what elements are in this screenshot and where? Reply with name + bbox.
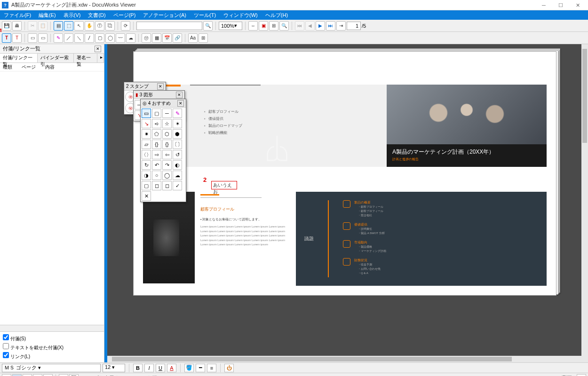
shape-item[interactable]: ✕ (142, 191, 151, 201)
rect-icon[interactable]: ▢ (95, 33, 104, 43)
pointer-icon[interactable]: ↖ (74, 21, 84, 31)
link-icon[interactable]: 🔗 (173, 33, 182, 43)
close-icon[interactable]: ✕ (176, 92, 183, 98)
check-sticky[interactable]: 付箋(S) (3, 334, 101, 343)
ocr-icon[interactable]: Aа (188, 33, 198, 43)
ellipse-icon[interactable]: ◯ (105, 33, 115, 43)
view-thumb-icon[interactable]: ⊞ (23, 374, 32, 376)
shape-item[interactable]: ↺ (173, 150, 182, 159)
line-color-button[interactable]: ━ (196, 364, 205, 372)
zoom-tool-icon[interactable]: 🔍 (279, 21, 289, 31)
font-color-button[interactable]: A (167, 364, 176, 372)
cut-icon[interactable]: ✂ (28, 21, 37, 31)
search-input[interactable] (136, 22, 202, 30)
freehand-icon[interactable]: 〰 (116, 33, 125, 43)
side-list[interactable] (0, 71, 104, 325)
shape-item[interactable]: 〈〉 (142, 150, 151, 159)
shape-item[interactable]: {} (162, 140, 172, 149)
cloud-icon[interactable]: ☁ (126, 33, 135, 43)
menu-annotation[interactable]: アノテーション(A) (141, 11, 188, 19)
view-doc-icon[interactable]: ▤ (2, 374, 11, 376)
line-icon[interactable]: ＼ (74, 33, 84, 43)
zoom-combo[interactable]: 100%▾ (219, 22, 242, 30)
view-list-icon[interactable]: ☰ (43, 374, 53, 376)
shape-item[interactable]: ✎ (173, 109, 182, 118)
italic-button[interactable]: I (144, 364, 154, 372)
select-tool-icon[interactable]: ⬚ (64, 21, 73, 31)
note-icon[interactable]: ▭ (28, 33, 37, 43)
shape-item[interactable]: ▢ (142, 181, 151, 190)
menu-page[interactable]: ページ(P) (111, 11, 138, 19)
rotate-icon[interactable]: ⟳ (121, 21, 130, 31)
fit-whole-icon[interactable]: ⊞ (269, 21, 278, 31)
close-button[interactable]: ✕ (569, 0, 586, 10)
shape-item[interactable]: ⇨ (152, 150, 161, 159)
shape-item[interactable]: ↻ (142, 160, 151, 170)
fill-color-button[interactable]: 🪣 (184, 364, 194, 372)
marker-icon[interactable]: ／ (64, 33, 73, 43)
shape-item[interactable]: ↷ (162, 160, 172, 170)
menu-edit[interactable]: 編集(E) (37, 11, 58, 19)
shape-item[interactable]: ◯ (162, 171, 172, 180)
polyline-icon[interactable]: 〳 (85, 33, 94, 43)
close-icon[interactable]: ✕ (177, 100, 184, 107)
prev-page-icon[interactable]: ◀ (305, 21, 315, 31)
note2-icon[interactable]: ▭ (38, 33, 48, 43)
shape-item[interactable]: ◐ (173, 160, 182, 170)
shape-item[interactable]: {} (152, 140, 161, 149)
status-doc-icon[interactable]: ▤ (577, 374, 586, 376)
shape-item[interactable]: ▱ (142, 140, 151, 149)
document-viewer[interactable]: 顧客プロフィール 価値提供 製品のロードマップ 戦略的機能 A製品のマーケティン… (107, 44, 588, 362)
tab-binder[interactable]: バインダー索引 (38, 54, 74, 63)
shape-item[interactable]: ➪ (152, 119, 161, 128)
paste-icon[interactable]: 📋 (38, 21, 48, 31)
menu-tool[interactable]: ツール(T) (192, 11, 218, 19)
tab-sign[interactable]: 署名一覧 (74, 54, 97, 63)
text-annot-icon[interactable]: T (2, 33, 11, 43)
shape-item[interactable]: ✶ (173, 119, 182, 128)
side-close-icon[interactable]: ✕ (95, 46, 101, 52)
text-annotation[interactable]: あいうえお (211, 181, 237, 189)
shape-item[interactable]: ─ (162, 109, 172, 118)
text-annot2-icon[interactable]: T (12, 33, 22, 43)
shape-item[interactable]: ✷ (142, 129, 151, 139)
bold-button[interactable]: B (133, 364, 143, 372)
last-page-icon[interactable]: ⏭ (326, 21, 335, 31)
check-text-sticky[interactable]: テキストを載せた付箋(X) (3, 343, 101, 352)
view-mode1-icon[interactable]: ▯ (59, 374, 68, 376)
maximize-button[interactable]: ☐ (552, 0, 569, 10)
shape-item[interactable]: ✓ (173, 181, 182, 190)
save-icon[interactable]: 💾 (2, 21, 11, 31)
shape-item[interactable]: ⬠ (152, 129, 161, 139)
font-combo[interactable]: ＭＳ ゴシック ▾ (2, 364, 101, 372)
check-link[interactable]: リンク(L) (3, 352, 101, 360)
page-input[interactable]: 1 (347, 22, 361, 30)
fit-width-icon[interactable]: ↔ (248, 21, 258, 31)
view-grid-icon[interactable]: ▦ (33, 374, 42, 376)
fit-page-icon[interactable]: ▣ (259, 21, 268, 31)
recommend-panel[interactable]: ◎ 4 おすすめ✕ ▭ ▢ ─ ✎ ↘ ➪ ☆ ✶ ✷ ⬠ ⬡ ⬢ ▱ {} {… (140, 99, 186, 202)
search-icon[interactable]: 🔍 (203, 21, 213, 31)
shape-item[interactable]: ↘ (142, 119, 151, 128)
image-icon[interactable]: ▦ (152, 33, 161, 43)
text-select-icon[interactable]: Ⓣ (95, 21, 104, 31)
shape-item[interactable]: ⬡ (162, 129, 172, 139)
menu-view[interactable]: 表示(V) (62, 11, 83, 19)
goto-page-icon[interactable]: ⇥ (336, 21, 346, 31)
line-style-button[interactable]: ≡ (207, 364, 216, 372)
view-continuous-icon[interactable]: ⊟ (12, 374, 22, 376)
shape-item[interactable]: ▭ (142, 109, 151, 118)
menu-window[interactable]: ウィンドウ(W) (222, 11, 260, 19)
shape-item[interactable]: ◻ (162, 181, 172, 190)
next-page-icon[interactable]: ▶ (316, 21, 325, 31)
size-combo[interactable]: 12 ▾ (103, 364, 125, 372)
shape-item[interactable]: ◑ (142, 171, 151, 180)
pen-icon[interactable]: ✎ (54, 33, 63, 43)
shape-item[interactable]: 〔〕 (173, 140, 182, 149)
print-icon[interactable]: 🖶 (12, 21, 22, 31)
power-icon[interactable]: ⏻ (224, 364, 234, 372)
shape-item[interactable]: ↶ (152, 160, 161, 170)
menu-file[interactable]: ファイル(F) (2, 11, 33, 19)
tab-more[interactable]: ▸ (97, 54, 104, 63)
infoview-icon[interactable]: ▤ (54, 21, 63, 31)
